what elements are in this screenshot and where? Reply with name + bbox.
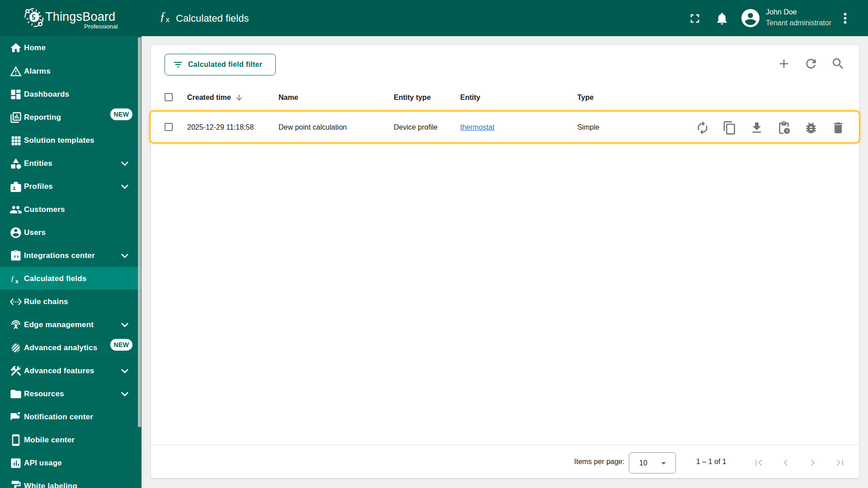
svg-text:ƒ: ƒ [10, 274, 14, 283]
svg-text:x: x [15, 277, 19, 284]
